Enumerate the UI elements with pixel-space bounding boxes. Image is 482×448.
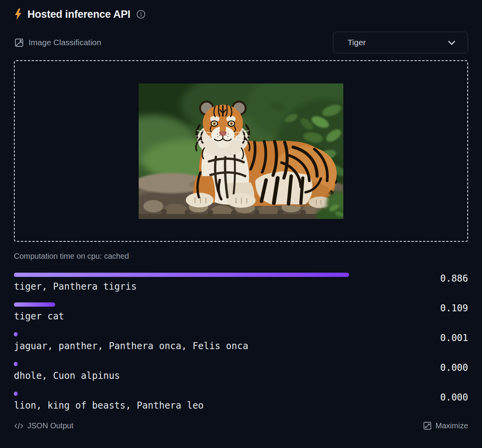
score-bar <box>14 362 18 366</box>
widget-footer: JSON Output Maximize <box>14 421 468 430</box>
json-output-label: JSON Output <box>27 421 73 430</box>
computation-time: Computation time on cpu: cached <box>14 252 468 260</box>
score-bar <box>14 332 18 336</box>
result-score: 0.000 <box>406 392 468 402</box>
tiger-image <box>139 83 343 219</box>
svg-text:i: i <box>140 11 142 17</box>
result-label: jaguar, panther, Panthera onca, Felis on… <box>14 341 392 351</box>
result-label: tiger, Panthera tigris <box>14 282 392 292</box>
result-row: dhole, Cuon alpinus 0.000 <box>14 362 468 381</box>
result-row: jaguar, panther, Panthera onca, Felis on… <box>14 332 468 351</box>
result-score: 0.109 <box>406 303 468 313</box>
result-label: dhole, Cuon alpinus <box>14 371 392 381</box>
lightning-icon <box>14 8 22 20</box>
classification-results: tiger, Panthera tigris 0.886 tiger cat 0… <box>14 273 468 411</box>
maximize-label: Maximize <box>436 421 468 430</box>
example-select-value: Tiger <box>348 38 366 47</box>
score-bar <box>14 392 18 396</box>
maximize-button[interactable]: Maximize <box>423 421 468 430</box>
result-score: 0.000 <box>406 363 468 373</box>
result-row: tiger cat 0.109 <box>14 302 468 321</box>
task-row: Image Classification Tiger <box>14 32 468 53</box>
score-bar <box>14 302 55 307</box>
task-label: Image Classification <box>29 38 101 47</box>
result-score: 0.886 <box>406 273 468 283</box>
score-bar <box>14 273 349 277</box>
info-icon[interactable]: i <box>136 10 146 19</box>
image-classification-icon <box>14 37 24 48</box>
result-score: 0.001 <box>406 333 468 343</box>
hosted-inference-widget: Hosted inference API i Image Classificat… <box>0 0 482 430</box>
result-row: lion, king of beasts, Panthera leo 0.000 <box>14 392 468 411</box>
widget-header: Hosted inference API i <box>14 0 468 21</box>
result-label: tiger cat <box>14 311 392 321</box>
image-dropzone[interactable] <box>14 60 468 242</box>
code-icon <box>14 422 24 430</box>
chevron-down-icon <box>446 37 457 48</box>
result-row: tiger, Panthera tigris 0.886 <box>14 273 468 292</box>
maximize-icon <box>423 421 432 430</box>
task-pill: Image Classification <box>14 37 101 48</box>
example-select[interactable]: Tiger <box>333 32 468 53</box>
page-title: Hosted inference API <box>27 8 131 20</box>
json-output-button[interactable]: JSON Output <box>14 421 73 430</box>
result-label: lion, king of beasts, Panthera leo <box>14 400 392 411</box>
